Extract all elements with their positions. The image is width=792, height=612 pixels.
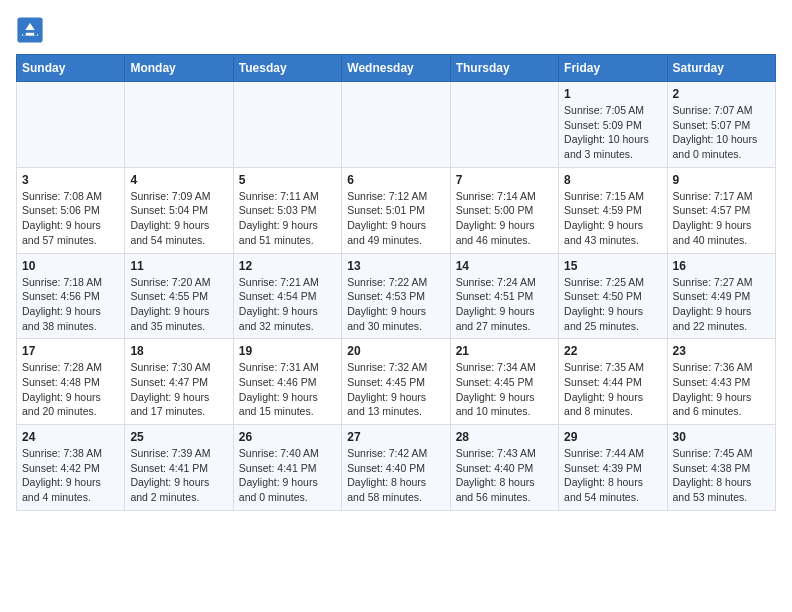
day-info: Sunrise: 7:36 AMSunset: 4:43 PMDaylight:…	[673, 360, 770, 419]
day-number: 22	[564, 344, 661, 358]
calendar-cell: 19Sunrise: 7:31 AMSunset: 4:46 PMDayligh…	[233, 339, 341, 425]
calendar-cell: 4Sunrise: 7:09 AMSunset: 5:04 PMDaylight…	[125, 167, 233, 253]
weekday-header-saturday: Saturday	[667, 55, 775, 82]
weekday-header-sunday: Sunday	[17, 55, 125, 82]
day-number: 23	[673, 344, 770, 358]
calendar-cell: 25Sunrise: 7:39 AMSunset: 4:41 PMDayligh…	[125, 425, 233, 511]
day-info: Sunrise: 7:45 AMSunset: 4:38 PMDaylight:…	[673, 446, 770, 505]
day-info: Sunrise: 7:14 AMSunset: 5:00 PMDaylight:…	[456, 189, 553, 248]
day-info: Sunrise: 7:32 AMSunset: 4:45 PMDaylight:…	[347, 360, 444, 419]
day-info: Sunrise: 7:39 AMSunset: 4:41 PMDaylight:…	[130, 446, 227, 505]
calendar-cell: 3Sunrise: 7:08 AMSunset: 5:06 PMDaylight…	[17, 167, 125, 253]
calendar-week-row: 17Sunrise: 7:28 AMSunset: 4:48 PMDayligh…	[17, 339, 776, 425]
day-info: Sunrise: 7:18 AMSunset: 4:56 PMDaylight:…	[22, 275, 119, 334]
calendar-week-row: 3Sunrise: 7:08 AMSunset: 5:06 PMDaylight…	[17, 167, 776, 253]
day-info: Sunrise: 7:25 AMSunset: 4:50 PMDaylight:…	[564, 275, 661, 334]
calendar-cell: 6Sunrise: 7:12 AMSunset: 5:01 PMDaylight…	[342, 167, 450, 253]
calendar-cell: 16Sunrise: 7:27 AMSunset: 4:49 PMDayligh…	[667, 253, 775, 339]
day-number: 19	[239, 344, 336, 358]
calendar-cell: 29Sunrise: 7:44 AMSunset: 4:39 PMDayligh…	[559, 425, 667, 511]
day-info: Sunrise: 7:28 AMSunset: 4:48 PMDaylight:…	[22, 360, 119, 419]
day-info: Sunrise: 7:38 AMSunset: 4:42 PMDaylight:…	[22, 446, 119, 505]
weekday-header-thursday: Thursday	[450, 55, 558, 82]
day-number: 14	[456, 259, 553, 273]
day-number: 17	[22, 344, 119, 358]
day-number: 4	[130, 173, 227, 187]
day-number: 2	[673, 87, 770, 101]
day-number: 18	[130, 344, 227, 358]
day-number: 9	[673, 173, 770, 187]
calendar-week-row: 10Sunrise: 7:18 AMSunset: 4:56 PMDayligh…	[17, 253, 776, 339]
day-info: Sunrise: 7:08 AMSunset: 5:06 PMDaylight:…	[22, 189, 119, 248]
calendar-cell: 14Sunrise: 7:24 AMSunset: 4:51 PMDayligh…	[450, 253, 558, 339]
calendar-cell: 22Sunrise: 7:35 AMSunset: 4:44 PMDayligh…	[559, 339, 667, 425]
day-info: Sunrise: 7:22 AMSunset: 4:53 PMDaylight:…	[347, 275, 444, 334]
calendar-cell	[233, 82, 341, 168]
day-number: 30	[673, 430, 770, 444]
day-number: 8	[564, 173, 661, 187]
day-info: Sunrise: 7:09 AMSunset: 5:04 PMDaylight:…	[130, 189, 227, 248]
day-number: 29	[564, 430, 661, 444]
calendar-cell	[17, 82, 125, 168]
calendar-cell: 28Sunrise: 7:43 AMSunset: 4:40 PMDayligh…	[450, 425, 558, 511]
day-number: 15	[564, 259, 661, 273]
day-number: 25	[130, 430, 227, 444]
day-number: 3	[22, 173, 119, 187]
day-number: 26	[239, 430, 336, 444]
calendar-cell: 13Sunrise: 7:22 AMSunset: 4:53 PMDayligh…	[342, 253, 450, 339]
day-info: Sunrise: 7:17 AMSunset: 4:57 PMDaylight:…	[673, 189, 770, 248]
weekday-header-monday: Monday	[125, 55, 233, 82]
weekday-header-wednesday: Wednesday	[342, 55, 450, 82]
calendar-cell: 18Sunrise: 7:30 AMSunset: 4:47 PMDayligh…	[125, 339, 233, 425]
calendar-cell: 8Sunrise: 7:15 AMSunset: 4:59 PMDaylight…	[559, 167, 667, 253]
day-info: Sunrise: 7:27 AMSunset: 4:49 PMDaylight:…	[673, 275, 770, 334]
calendar-cell: 7Sunrise: 7:14 AMSunset: 5:00 PMDaylight…	[450, 167, 558, 253]
calendar-cell: 26Sunrise: 7:40 AMSunset: 4:41 PMDayligh…	[233, 425, 341, 511]
calendar-cell: 23Sunrise: 7:36 AMSunset: 4:43 PMDayligh…	[667, 339, 775, 425]
day-info: Sunrise: 7:44 AMSunset: 4:39 PMDaylight:…	[564, 446, 661, 505]
calendar-cell: 11Sunrise: 7:20 AMSunset: 4:55 PMDayligh…	[125, 253, 233, 339]
day-number: 24	[22, 430, 119, 444]
day-number: 27	[347, 430, 444, 444]
calendar-cell: 1Sunrise: 7:05 AMSunset: 5:09 PMDaylight…	[559, 82, 667, 168]
calendar-table: SundayMondayTuesdayWednesdayThursdayFrid…	[16, 54, 776, 511]
day-number: 13	[347, 259, 444, 273]
weekday-header-friday: Friday	[559, 55, 667, 82]
day-info: Sunrise: 7:30 AMSunset: 4:47 PMDaylight:…	[130, 360, 227, 419]
day-info: Sunrise: 7:12 AMSunset: 5:01 PMDaylight:…	[347, 189, 444, 248]
day-info: Sunrise: 7:15 AMSunset: 4:59 PMDaylight:…	[564, 189, 661, 248]
calendar-cell: 15Sunrise: 7:25 AMSunset: 4:50 PMDayligh…	[559, 253, 667, 339]
calendar-cell: 24Sunrise: 7:38 AMSunset: 4:42 PMDayligh…	[17, 425, 125, 511]
calendar-cell	[342, 82, 450, 168]
day-info: Sunrise: 7:34 AMSunset: 4:45 PMDaylight:…	[456, 360, 553, 419]
day-number: 16	[673, 259, 770, 273]
day-number: 6	[347, 173, 444, 187]
calendar-cell: 20Sunrise: 7:32 AMSunset: 4:45 PMDayligh…	[342, 339, 450, 425]
day-info: Sunrise: 7:07 AMSunset: 5:07 PMDaylight:…	[673, 103, 770, 162]
calendar-cell: 21Sunrise: 7:34 AMSunset: 4:45 PMDayligh…	[450, 339, 558, 425]
day-info: Sunrise: 7:20 AMSunset: 4:55 PMDaylight:…	[130, 275, 227, 334]
day-number: 12	[239, 259, 336, 273]
calendar-cell: 2Sunrise: 7:07 AMSunset: 5:07 PMDaylight…	[667, 82, 775, 168]
weekday-header-row: SundayMondayTuesdayWednesdayThursdayFrid…	[17, 55, 776, 82]
calendar-cell	[450, 82, 558, 168]
calendar-cell: 10Sunrise: 7:18 AMSunset: 4:56 PMDayligh…	[17, 253, 125, 339]
day-number: 7	[456, 173, 553, 187]
calendar-cell: 5Sunrise: 7:11 AMSunset: 5:03 PMDaylight…	[233, 167, 341, 253]
weekday-header-tuesday: Tuesday	[233, 55, 341, 82]
calendar-cell	[125, 82, 233, 168]
calendar-cell: 30Sunrise: 7:45 AMSunset: 4:38 PMDayligh…	[667, 425, 775, 511]
day-info: Sunrise: 7:43 AMSunset: 4:40 PMDaylight:…	[456, 446, 553, 505]
calendar-cell: 17Sunrise: 7:28 AMSunset: 4:48 PMDayligh…	[17, 339, 125, 425]
day-info: Sunrise: 7:40 AMSunset: 4:41 PMDaylight:…	[239, 446, 336, 505]
day-number: 11	[130, 259, 227, 273]
day-info: Sunrise: 7:31 AMSunset: 4:46 PMDaylight:…	[239, 360, 336, 419]
logo	[16, 16, 48, 44]
svg-rect-3	[26, 33, 34, 36]
day-number: 5	[239, 173, 336, 187]
calendar-week-row: 1Sunrise: 7:05 AMSunset: 5:09 PMDaylight…	[17, 82, 776, 168]
day-info: Sunrise: 7:05 AMSunset: 5:09 PMDaylight:…	[564, 103, 661, 162]
day-number: 28	[456, 430, 553, 444]
day-info: Sunrise: 7:42 AMSunset: 4:40 PMDaylight:…	[347, 446, 444, 505]
logo-icon	[16, 16, 44, 44]
